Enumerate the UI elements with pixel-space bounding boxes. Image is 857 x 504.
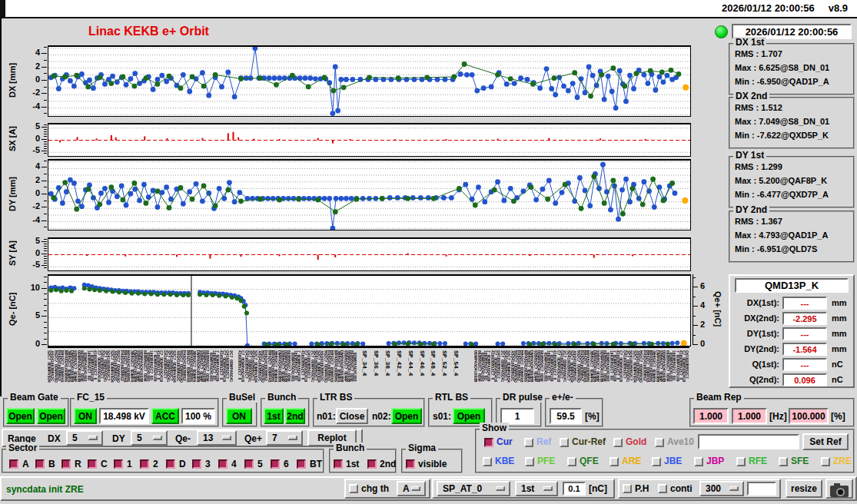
sector-checkbox-5[interactable] bbox=[244, 459, 254, 469]
points-select-value: 300 bbox=[706, 483, 721, 494]
range-dy-select[interactable]: 5 bbox=[131, 430, 168, 446]
range-qe-plus-select[interactable]: 7 bbox=[266, 430, 303, 446]
beam-gate-open-button-2[interactable]: Open bbox=[37, 408, 65, 424]
stats-dy-2nd-row-0: RMS : 1.367 bbox=[735, 217, 782, 226]
sy-minortick bbox=[44, 267, 47, 268]
chg-th-select[interactable]: A bbox=[397, 481, 426, 496]
sector-checkbox-C[interactable] bbox=[88, 459, 97, 469]
ltr-bs-n01-label: n01: bbox=[317, 411, 336, 422]
xaxis-label: SP_34_4 bbox=[361, 350, 368, 376]
beam-rep-group-label: Beam Rep bbox=[694, 392, 744, 403]
sp-select[interactable]: SP_AT_0 bbox=[437, 481, 510, 496]
qe-right-ytick: 6 bbox=[700, 281, 705, 290]
show-zre-checkbox[interactable] bbox=[821, 457, 830, 466]
monitor-title-field: QMD13P_K bbox=[735, 278, 849, 293]
set-ref-button[interactable]: Set Ref bbox=[802, 433, 849, 450]
show-pfe-checkbox[interactable] bbox=[525, 457, 534, 466]
busel-on-button[interactable]: ON bbox=[226, 408, 252, 424]
sector-checkbox-B[interactable] bbox=[35, 459, 45, 469]
show-pfe-label: PFE bbox=[537, 456, 555, 466]
sector-checkbox-R[interactable] bbox=[61, 459, 71, 469]
aux-input[interactable] bbox=[747, 482, 776, 496]
show-ave10-checkbox[interactable] bbox=[655, 438, 664, 447]
titlebar-version: v8.9 bbox=[829, 2, 848, 14]
bunch-number-select[interactable]: 1st bbox=[515, 481, 558, 496]
show-ref-input[interactable] bbox=[698, 434, 799, 449]
dy-axis-label: DY [mm] bbox=[6, 159, 18, 228]
bunch-1st-checkbox[interactable] bbox=[334, 459, 343, 469]
bunch-1st-button[interactable]: 1st bbox=[264, 408, 284, 424]
sector-checkbox-3[interactable] bbox=[192, 459, 201, 469]
dy-minortick bbox=[44, 187, 47, 187]
qe-plot bbox=[48, 274, 691, 346]
sector-label-BT: BT bbox=[310, 459, 322, 469]
show-sfe-checkbox[interactable] bbox=[779, 457, 788, 466]
sector-checkbox-A[interactable] bbox=[9, 459, 18, 469]
sy-plot bbox=[48, 237, 691, 271]
ltr-bs-n01-close-button[interactable]: Close bbox=[336, 408, 368, 424]
qe-ytick: 5 bbox=[20, 310, 40, 320]
show-cur-ref-checkbox[interactable] bbox=[560, 438, 569, 447]
sigma-group-label: Sigma bbox=[406, 443, 438, 453]
screenshot-button[interactable] bbox=[825, 479, 853, 499]
show-cur-checkbox[interactable] bbox=[484, 438, 493, 447]
stats-dx-1st-row-1: Max : 6.625@S8_DN_01 bbox=[735, 63, 829, 72]
resize-button[interactable]: resize bbox=[786, 479, 822, 498]
dy-minortick bbox=[44, 174, 47, 174]
monitor-row-label-4: Q(1st): bbox=[732, 360, 779, 369]
sector-checkbox-1[interactable] bbox=[114, 459, 123, 469]
show-jbp-checkbox[interactable] bbox=[694, 457, 703, 466]
e-ratio-group-label: e+/e- bbox=[550, 392, 576, 403]
qe-minortick bbox=[44, 327, 47, 328]
sigma-visible-checkbox[interactable] bbox=[406, 459, 415, 469]
show-rfe-checkbox[interactable] bbox=[736, 457, 746, 466]
sector-checkbox-2[interactable] bbox=[140, 459, 149, 469]
range-qe-minus-select[interactable]: 13 bbox=[197, 430, 237, 446]
dy-minortick bbox=[44, 227, 47, 227]
qe-minortick bbox=[44, 339, 47, 340]
show-qfe-checkbox[interactable] bbox=[567, 457, 576, 466]
sx-minortick bbox=[44, 139, 47, 140]
show-ref-checkbox[interactable] bbox=[524, 438, 533, 447]
xaxis-label: SP_52_4 bbox=[441, 350, 448, 376]
fc15-group-label: FC_15 bbox=[75, 392, 107, 403]
sector-checkbox-BT[interactable] bbox=[297, 459, 306, 469]
qe-right-minortick bbox=[693, 287, 696, 287]
rtl-bs-s01-open-button[interactable]: Open bbox=[453, 408, 485, 424]
rtl-bs-s01-label: s01: bbox=[433, 411, 451, 422]
sector-label-D: D bbox=[179, 459, 186, 469]
chg-th-checkbox[interactable] bbox=[349, 484, 358, 493]
ltr-bs-n02-open-button[interactable]: Open bbox=[391, 408, 422, 424]
titlebar-menu-block[interactable] bbox=[0, 0, 5, 17]
qe-right-ytick: 2 bbox=[700, 320, 705, 329]
ph-checkbox[interactable] bbox=[623, 484, 632, 493]
qe-right-minortick bbox=[693, 344, 696, 345]
show-are-checkbox[interactable] bbox=[610, 457, 619, 466]
fc15-on-button[interactable]: ON bbox=[74, 408, 97, 424]
bunch-2nd-button[interactable]: 2nd bbox=[285, 408, 305, 424]
fc15-acc-button[interactable]: ACC bbox=[151, 408, 179, 424]
sp-select-value: SP_AT_0 bbox=[443, 483, 482, 494]
xaxis-label: SP_38_4 bbox=[384, 350, 391, 376]
xaxis-label-strip: Q41693B8S2C7_ bbox=[686, 350, 689, 393]
stats-dy-2nd-panel-label: DY 2nd bbox=[733, 204, 769, 215]
threshold-field[interactable]: 0.1 bbox=[563, 482, 586, 496]
option-dash-icon bbox=[88, 436, 98, 440]
show-gold-checkbox[interactable] bbox=[613, 438, 623, 447]
show-jbe-checkbox[interactable] bbox=[652, 457, 661, 466]
conti-checkbox[interactable] bbox=[658, 484, 667, 493]
sector-checkbox-D[interactable] bbox=[166, 459, 175, 469]
sector-checkbox-6[interactable] bbox=[271, 459, 280, 469]
beam-gate-open-button-1[interactable]: Open bbox=[6, 408, 35, 424]
chg-th-label: chg th bbox=[361, 483, 389, 494]
points-select[interactable]: 300 bbox=[699, 481, 744, 496]
sy-minortick bbox=[44, 260, 47, 261]
xaxis-label-strip: 2C7_0DMPA5Q41 bbox=[230, 350, 233, 393]
range-dx-select[interactable]: 5 bbox=[66, 430, 103, 446]
show-jbe-label: JBE bbox=[664, 456, 682, 466]
range-dx-label: DX bbox=[48, 433, 61, 444]
bunch-2nd-checkbox[interactable] bbox=[367, 459, 377, 469]
show-kbe-checkbox[interactable] bbox=[483, 457, 492, 466]
sector-checkbox-4[interactable] bbox=[218, 459, 228, 469]
ltr-bs-group-label: LTR BS bbox=[317, 392, 354, 403]
